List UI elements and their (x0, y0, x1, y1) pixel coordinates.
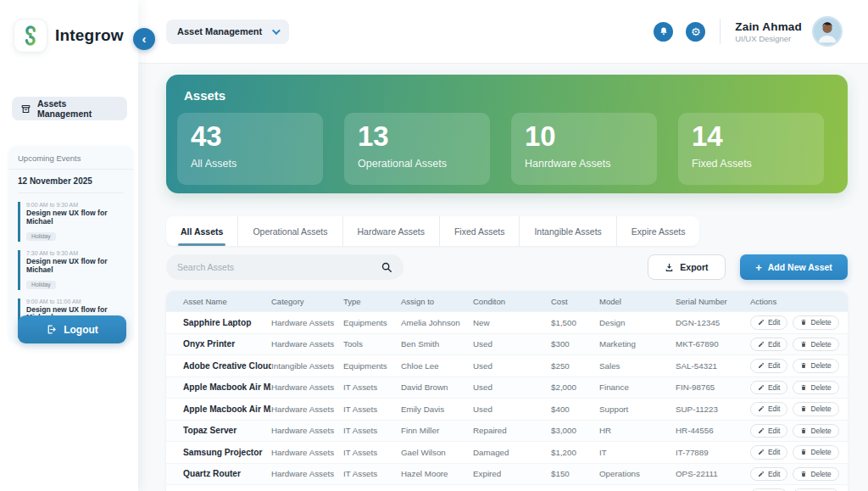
delete-button[interactable]: Delete (793, 338, 838, 352)
cell-category: Hardware Assets (271, 318, 343, 327)
delete-button[interactable]: Delete (793, 402, 838, 416)
page-selector-label: Asset Management (177, 26, 262, 36)
actions-cell: EditDelete (750, 315, 848, 330)
tab-hardware-assets[interactable]: Hardware Assets (343, 216, 440, 246)
delete-button[interactable]: Delete (793, 381, 838, 395)
stat-value: 43 (191, 121, 309, 152)
cell-assign-to: Emily Davis (401, 405, 473, 414)
cell-cost: $150 (551, 469, 599, 478)
stat-value: 13 (358, 121, 476, 152)
edit-button[interactable]: Edit (750, 338, 787, 352)
edit-button[interactable]: Edit (750, 402, 787, 416)
cell-condition: Expired (473, 469, 551, 478)
search-icon[interactable] (381, 261, 392, 273)
stats-row: 43All Assets13Operational Assets10Hanrdw… (177, 113, 837, 185)
cell-serial-number: FIN-98765 (676, 382, 750, 392)
cell-asset-name: Quartz Router (183, 469, 271, 478)
brand-name: Integrow (55, 26, 124, 45)
integrow-logo-icon (14, 19, 47, 53)
cell-model: IT (599, 448, 676, 457)
pencil-icon (758, 319, 765, 326)
cell-cost: $1,500 (551, 318, 599, 327)
edit-button[interactable]: Edit (750, 315, 787, 330)
event-time: 7:30 AM to 9:30 AM (26, 250, 125, 256)
trash-icon (800, 341, 807, 348)
sidebar: Integrow Assets Management Upcoming Even… (0, 0, 138, 491)
table-row: Adobe Creative CloudIntangible AssetsEqu… (166, 354, 848, 377)
cell-assign-to: Gael Wilson (401, 448, 473, 457)
stat-card: 10Hanrdware Assets (511, 113, 657, 185)
cell-serial-number: SUP-11223 (676, 405, 750, 414)
add-label: Add New Asset (768, 262, 832, 272)
delete-label: Delete (810, 361, 831, 370)
trash-icon (800, 449, 807, 455)
tab-fixed-assets[interactable]: Fixed Assets (440, 216, 520, 246)
cell-asset-name: Onyx Printer (183, 339, 271, 349)
edit-label: Edit (768, 470, 780, 478)
table-row: Apple Macbook Air M2Hardware AssetsIT As… (166, 377, 848, 399)
cell-condition: Used (473, 361, 551, 371)
tab-expire-assets[interactable]: Expire Assets (617, 216, 700, 246)
asset-table-body: Sapphire LaptopHardware AssetsEquipments… (166, 311, 848, 491)
edit-button[interactable]: Edit (750, 381, 787, 395)
delete-label: Delete (810, 383, 831, 392)
cell-assign-to: David Brown (401, 382, 473, 392)
cell-type: IT Assets (343, 469, 401, 478)
events-panel-title: Upcoming Events (8, 146, 133, 170)
notifications-button[interactable] (654, 22, 673, 42)
delete-button[interactable]: Delete (793, 315, 838, 330)
tab-intangible-assets[interactable]: Intangible Assets (520, 216, 616, 246)
actions-cell: EditDelete (750, 381, 848, 395)
trash-icon (800, 362, 807, 369)
edit-button[interactable]: Edit (750, 445, 787, 460)
page-selector-dropdown[interactable]: Asset Management (166, 20, 289, 44)
cell-asset-name: Sapphire Laptop (183, 318, 271, 327)
chevron-left-icon: ‹ (142, 31, 147, 46)
column-header-model: Model (599, 297, 676, 306)
event-list-item[interactable]: 9:00 AM to 9:30 AMDesign new UX flow for… (18, 202, 125, 242)
trash-icon (800, 384, 807, 391)
avatar[interactable] (812, 16, 843, 47)
sidebar-item-assets-management[interactable]: Assets Management (12, 97, 127, 120)
actions-cell: EditDelete (750, 445, 848, 460)
event-badge: Holiday (26, 232, 56, 241)
add-new-asset-button[interactable]: + Add New Asset (740, 254, 848, 280)
event-time: 9:00 AM to 11:00 AM (26, 299, 125, 304)
event-title: Design new UX flow for Michael (26, 258, 125, 275)
settings-button[interactable]: ⚙ (686, 22, 705, 42)
column-header-cost: Cost (551, 297, 599, 306)
cell-assign-to: Hazel Moore (401, 469, 473, 478)
cell-asset-name: Samsung Projector (183, 448, 271, 457)
user-name: Zain Ahmad (735, 20, 802, 33)
event-list-item[interactable]: 7:30 AM to 9:30 AMDesign new UX flow for… (18, 250, 125, 290)
edit-button[interactable]: Edit (750, 467, 787, 482)
edit-label: Edit (768, 427, 780, 435)
cell-serial-number: DGN-12345 (676, 318, 750, 327)
delete-button[interactable]: Delete (793, 359, 838, 373)
delete-label: Delete (810, 340, 831, 349)
delete-button[interactable]: Delete (793, 467, 838, 482)
edit-button[interactable]: Edit (750, 424, 787, 438)
cell-category: Hardware Assets (271, 382, 343, 392)
pencil-icon (758, 341, 765, 348)
cell-model: Support (599, 405, 676, 414)
cell-type: Equipments (343, 361, 401, 371)
cell-condition: Damaged (473, 448, 551, 457)
sidebar-collapse-button[interactable]: ‹ (133, 28, 155, 50)
cell-type: IT Assets (343, 382, 401, 392)
tab-operational-assets[interactable]: Operational Assets (238, 216, 342, 246)
export-label: Export (680, 262, 708, 272)
logout-button[interactable]: Logout (18, 315, 126, 343)
edit-label: Edit (768, 318, 780, 326)
tab-all-assets[interactable]: All Assets (166, 216, 238, 246)
export-button[interactable]: Export (648, 254, 726, 280)
asset-tabs: All AssetsOperational AssetsHardware Ass… (166, 216, 699, 246)
cell-model: Operations (599, 469, 676, 478)
edit-button[interactable]: Edit (750, 359, 787, 373)
cell-type: IT Assets (343, 448, 401, 457)
delete-button[interactable]: Delete (793, 445, 838, 460)
pencil-icon (758, 427, 765, 434)
events-date: 12 November 2025 (18, 176, 124, 193)
delete-button[interactable]: Delete (793, 424, 838, 438)
search-input[interactable] (177, 262, 381, 272)
